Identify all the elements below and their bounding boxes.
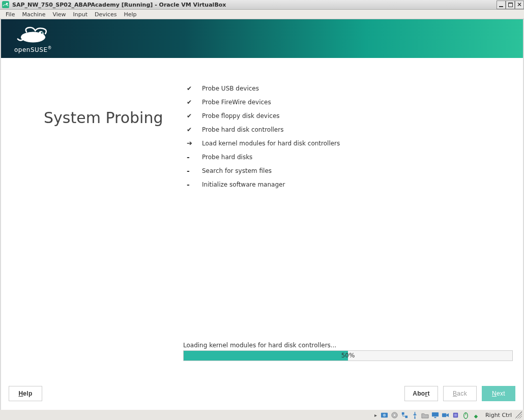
optical-disc-icon[interactable] (390, 411, 399, 419)
usb-icon[interactable] (411, 411, 420, 419)
svg-rect-10 (402, 412, 404, 414)
next-button[interactable]: Next (482, 386, 515, 401)
guest-display: openSUSE® System Probing ✔Probe USB devi… (1, 19, 523, 410)
svg-point-9 (394, 414, 396, 416)
display-icon[interactable] (431, 411, 440, 419)
svg-point-7 (383, 413, 386, 416)
svg-point-12 (415, 417, 416, 418)
menubar: File Machine View Input Devices Help (0, 10, 524, 19)
opensuse-logo: openSUSE® (11, 24, 55, 53)
scroll-arrow-icon: ▸ (374, 412, 380, 418)
shared-folder-icon[interactable] (421, 411, 430, 419)
installer-content: System Probing ✔Probe USB devices ✔Probe… (1, 58, 523, 377)
probe-step: -Search for system files (187, 164, 340, 177)
vm-statusbar: ▸ Right Ctrl (0, 410, 524, 420)
maximize-button[interactable] (506, 1, 515, 9)
window-controls: ✕ (497, 1, 524, 9)
menu-machine[interactable]: Machine (18, 10, 49, 19)
svg-rect-13 (432, 412, 439, 416)
progress-bar: 50% (183, 350, 513, 361)
mouse-integration-icon[interactable] (461, 411, 471, 419)
menu-file[interactable]: File (2, 10, 18, 19)
svg-rect-17 (454, 413, 457, 416)
dash-icon: - (187, 181, 202, 189)
probe-step: ✔Probe hard disk controllers (187, 123, 340, 136)
window-titlebar: SAP_NW_750_SP02_ABAPAcademy [Running] - … (0, 0, 524, 10)
checkmark-icon: ✔ (187, 99, 202, 106)
resize-grip-icon[interactable] (515, 411, 522, 418)
checkmark-icon: ✔ (187, 112, 202, 119)
brand-name: openSUSE® (14, 46, 52, 53)
arrow-icon: ➔ (187, 139, 202, 147)
menu-devices[interactable]: Devices (91, 10, 120, 19)
installer-header: openSUSE® (1, 19, 523, 58)
keyboard-captured-icon[interactable] (472, 411, 481, 419)
probe-step: -Initialize software manager (187, 177, 340, 191)
menu-input[interactable]: Input (70, 10, 91, 19)
network-icon[interactable] (400, 411, 410, 419)
probe-step: ✔Probe floppy disk devices (187, 109, 340, 123)
checkmark-icon: ✔ (187, 126, 202, 133)
menu-view[interactable]: View (49, 10, 69, 19)
window-title: SAP_NW_750_SP02_ABAPAcademy [Running] - … (10, 2, 497, 8)
menu-help[interactable]: Help (120, 10, 140, 19)
page-title: System Probing (44, 109, 163, 127)
host-key-indicator: Right Ctrl (481, 412, 515, 418)
abort-button[interactable]: Abort (404, 386, 438, 401)
dash-icon: - (187, 153, 202, 161)
svg-rect-14 (434, 417, 436, 418)
probe-step: ✔Probe USB devices (187, 81, 340, 95)
progress-label: 50% (184, 352, 512, 359)
close-button[interactable]: ✕ (515, 1, 524, 9)
probe-steps-list: ✔Probe USB devices ✔Probe FireWire devic… (187, 81, 340, 191)
probe-step: -Probe hard disks (187, 150, 340, 164)
probe-step: ➔Load kernel modules for hard disk contr… (187, 136, 340, 150)
hard-disk-icon[interactable] (380, 411, 389, 419)
svg-point-4 (38, 31, 43, 36)
help-button[interactable]: Help (9, 386, 42, 401)
back-button[interactable]: Back (443, 386, 477, 401)
cpu-icon[interactable] (451, 411, 460, 419)
wizard-button-bar: Help Abort Back Next (1, 377, 523, 410)
app-icon (1, 0, 10, 9)
dash-icon: - (187, 167, 202, 175)
minimize-button[interactable] (497, 1, 506, 9)
progress-status: Loading kernel modules for hard disk con… (183, 342, 336, 349)
checkmark-icon: ✔ (187, 85, 202, 92)
probe-step: ✔Probe FireWire devices (187, 95, 340, 109)
recording-icon[interactable] (441, 411, 450, 419)
svg-point-5 (41, 32, 42, 34)
svg-point-1 (6, 3, 8, 5)
svg-rect-15 (442, 413, 446, 417)
